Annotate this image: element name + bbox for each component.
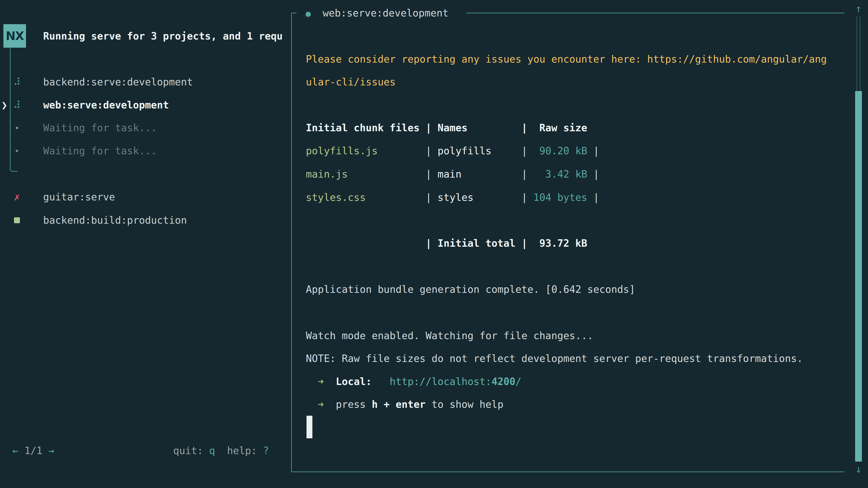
task-row-guitar-serve[interactable]: ✗guitar:serve (0, 190, 289, 204)
chunk-table-row: main.js|main|3.42 kB| (306, 167, 599, 181)
next-page-arrow[interactable]: → (49, 445, 55, 456)
nx-terminal-ui: NX Running serve for 3 projects, and 1 r… (0, 0, 868, 488)
pane-border-top-stub (291, 13, 297, 13)
help-key: ? (263, 445, 269, 456)
pane-border-left (291, 13, 292, 472)
chunk-file: polyfills.js (306, 144, 426, 158)
issue-notice-line-2: ular-cli/issues (306, 75, 396, 89)
chunk-name: polyfills (432, 144, 521, 158)
prev-page-arrow[interactable]: ← (12, 445, 19, 456)
chunk-name: main (432, 167, 521, 181)
pane-border-bottom (291, 471, 844, 472)
chunk-size: 104 bytes (527, 191, 587, 204)
local-label: Local: (336, 376, 372, 387)
selected-chevron-icon: ❯ (1, 98, 7, 112)
pipe-separator: | (593, 192, 599, 203)
pipe-separator: | (522, 122, 528, 133)
pipe-separator: | (426, 192, 432, 203)
localhost-port: 4200 (491, 376, 515, 387)
pipe-separator: | (426, 237, 432, 249)
app-title: Running serve for 3 projects, and 1 requ (43, 29, 283, 43)
task-row-waiting-1[interactable]: Waiting for task... (0, 121, 289, 135)
waiting-dot-icon (16, 150, 18, 152)
help-hint-label: help: (227, 445, 257, 456)
task-row-backend-build-production[interactable]: backend:build:production (0, 214, 289, 227)
local-server-line: ➜Local:http://localhost:4200/ (306, 375, 522, 388)
initial-total-size: 93.72 kB (527, 236, 587, 250)
bundle-complete-line: Application bundle generation complete. … (306, 283, 635, 296)
waiting-dot-icon (16, 127, 18, 129)
pipe-separator: | (522, 192, 528, 203)
spinner-icon: ⠼ (12, 75, 22, 89)
chunk-file: main.js (306, 167, 426, 181)
pane-border-top-line (466, 13, 844, 13)
chunk-name: styles (432, 191, 521, 204)
keyboard-hints: quit:qhelp:? (124, 444, 269, 457)
chunk-table-row: polyfills.js|polyfills|90.20 kB| (306, 144, 599, 158)
arrow-right-icon: ➜ (318, 398, 324, 410)
task-label: Waiting for task... (43, 144, 157, 158)
scroll-down-arrow-icon[interactable]: ↓ (852, 462, 865, 476)
help-hint-line: ➜pressh + enterto show help (306, 398, 503, 411)
page-indicator: 1/1 (24, 445, 42, 456)
pane-title-row: ●web:serve:development (306, 6, 448, 20)
pagination: ←1/1→ (12, 444, 54, 457)
col-header-names: Names (432, 121, 521, 135)
chunk-table-total-row: |Initial total|93.72 kB (306, 236, 587, 250)
task-label: guitar:serve (43, 190, 115, 204)
issue-notice-line-1: Please consider reporting any issues you… (306, 53, 827, 66)
task-row-waiting-2[interactable]: Waiting for task... (0, 144, 289, 158)
success-square-icon (14, 217, 20, 223)
pipe-separator: | (593, 168, 599, 180)
chunk-table-header: Initial chunk files|Names|Raw size (306, 121, 587, 135)
pipe-separator: | (426, 168, 432, 180)
task-label: backend:build:production (43, 214, 187, 227)
help-pre-text: press (336, 398, 366, 410)
task-label: backend:serve:development (43, 75, 193, 89)
task-row-web-serve-development[interactable]: ❯⠼web:serve:development (0, 98, 289, 112)
chunk-size: 90.20 kB (527, 144, 587, 158)
pipe-separator: | (426, 122, 432, 133)
pipe-separator: | (522, 237, 528, 249)
help-post-text: to show help (432, 398, 503, 410)
col-header-files: Initial chunk files (306, 121, 426, 135)
localhost-url[interactable]: http://localhost:4200/ (390, 376, 522, 387)
task-label: Waiting for task... (43, 121, 157, 135)
watch-mode-line: Watch mode enabled. Watching for file ch… (306, 329, 593, 343)
pipe-separator: | (426, 145, 432, 157)
nx-logo: NX (3, 24, 26, 48)
initial-total-label: Initial total (432, 236, 521, 250)
task-label: web:serve:development (43, 98, 169, 112)
pane-title: web:serve:development (323, 7, 448, 19)
col-header-raw-size: Raw size (527, 121, 587, 135)
quit-hint-label: quit: (173, 445, 203, 456)
terminal-cursor (307, 416, 312, 438)
task-sidebar: NX Running serve for 3 projects, and 1 r… (0, 0, 289, 488)
pipe-separator: | (593, 145, 599, 157)
help-keys: h + enter (372, 398, 426, 410)
chunk-table-row: styles.css|styles|104 bytes| (306, 191, 599, 204)
arrow-right-icon: ➜ (318, 376, 324, 387)
chunk-file: styles.css (306, 191, 426, 204)
failed-cross-icon: ✗ (12, 190, 22, 204)
chunk-size: 3.42 kB (527, 167, 587, 181)
pipe-separator: | (522, 168, 528, 180)
task-row-backend-serve-development[interactable]: ⠼backend:serve:development (0, 75, 289, 89)
running-dot-icon: ● (306, 8, 311, 19)
spinner-icon: ⠼ (12, 98, 22, 112)
scrollbar-thumb[interactable] (855, 91, 862, 462)
scroll-up-arrow-icon[interactable]: ↑ (852, 2, 865, 15)
quit-key: q (209, 445, 215, 456)
pipe-separator: | (522, 145, 528, 157)
note-line: NOTE: Raw file sizes do not reflect deve… (306, 352, 803, 365)
